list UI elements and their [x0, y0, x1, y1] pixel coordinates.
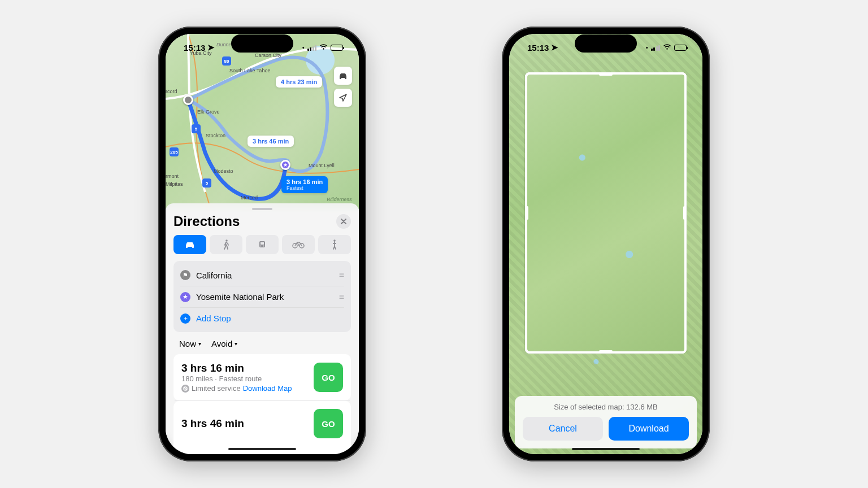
- download-map-link[interactable]: Download Map: [243, 384, 292, 393]
- dynamic-island: [575, 34, 637, 53]
- stop-origin[interactable]: ⚑ California ≡: [180, 264, 344, 286]
- interstate-shield: 5: [202, 178, 211, 188]
- selection-rectangle[interactable]: [525, 72, 687, 354]
- stop-destination[interactable]: ★ Yosemite National Park ≡: [180, 286, 344, 307]
- svg-point-3: [261, 246, 262, 247]
- go-button[interactable]: GO: [314, 409, 343, 438]
- star-icon: ★: [180, 292, 190, 302]
- resize-handle-top[interactable]: [599, 73, 613, 76]
- reorder-handle-icon[interactable]: ≡: [339, 270, 344, 280]
- city-label: South Lake Tahoe: [229, 68, 270, 73]
- resize-corner-tr[interactable]: [678, 72, 687, 81]
- route-card[interactable]: 3 hrs 46 min GO: [173, 401, 351, 454]
- mode-drive[interactable]: [173, 235, 206, 254]
- route-time: 3 hrs 16 min: [181, 362, 308, 374]
- download-sheet: Size of selected map: 132.6 MB Cancel Do…: [515, 396, 697, 448]
- resize-corner-bl[interactable]: [525, 345, 534, 354]
- cell-signal-icon: [651, 45, 661, 51]
- avoid-label: Avoid: [211, 339, 232, 348]
- resize-handle-left[interactable]: [526, 206, 528, 220]
- wifi-icon: [319, 43, 328, 52]
- origin-pin[interactable]: [183, 95, 193, 105]
- limited-service-icon: [181, 385, 189, 393]
- home-indicator[interactable]: [572, 448, 640, 450]
- svg-rect-2: [261, 242, 264, 245]
- mode-cycle[interactable]: [282, 235, 315, 254]
- route-callout-main-time: 3 hrs 16 min: [287, 178, 323, 185]
- map-size-label: Size of selected map: 132.6 MB: [523, 403, 689, 411]
- transport-fab[interactable]: [334, 67, 352, 85]
- mode-walk[interactable]: [210, 235, 242, 254]
- flag-icon: ⚑: [180, 270, 190, 280]
- battery-icon: [674, 45, 687, 51]
- download-button[interactable]: Download: [609, 417, 689, 441]
- mode-rideshare[interactable]: [318, 235, 351, 254]
- status-time: 15:13: [184, 43, 205, 53]
- mode-transit[interactable]: [246, 235, 279, 254]
- cell-signal-icon: [307, 45, 317, 51]
- chevron-down-icon: ▾: [198, 341, 201, 347]
- resize-corner-tl[interactable]: [525, 72, 534, 81]
- route-subtitle: 180 miles · Fastest route: [181, 374, 308, 383]
- add-stop-label: Add Stop: [196, 313, 231, 323]
- go-button[interactable]: GO: [314, 363, 343, 392]
- wifi-icon: [663, 43, 671, 52]
- route-time: 3 hrs 46 min: [181, 417, 308, 430]
- transport-mode-selector: [173, 235, 351, 254]
- location-arrow-icon: ➤: [207, 42, 215, 53]
- reorder-handle-icon[interactable]: ≡: [339, 292, 344, 302]
- cancel-button[interactable]: Cancel: [523, 417, 603, 441]
- resize-handle-right[interactable]: [683, 206, 686, 220]
- city-label: rcord: [166, 89, 177, 94]
- city-label: rmont: [166, 173, 179, 179]
- dynamic-island: [231, 34, 293, 53]
- battery-icon: [331, 45, 343, 51]
- city-label: Modesto: [214, 168, 233, 174]
- city-label: Merced: [241, 195, 258, 201]
- city-label: Milpitas: [166, 181, 183, 187]
- close-button[interactable]: [336, 214, 351, 229]
- signal-dot-icon: •: [646, 45, 648, 51]
- location-arrow-icon: ➤: [551, 42, 558, 53]
- plus-icon: ＋: [180, 313, 190, 324]
- depart-time-picker[interactable]: Now ▾: [179, 339, 201, 348]
- interstate-shield: 205: [170, 147, 179, 156]
- route-callout-alt1[interactable]: 4 hrs 23 min: [276, 76, 322, 88]
- destination-pin[interactable]: [280, 160, 290, 170]
- sheet-grabber[interactable]: [252, 208, 272, 210]
- stop-origin-label: California: [196, 271, 232, 280]
- phone-right: 15:13 ➤ • Size of selected: [502, 27, 710, 461]
- add-stop-button[interactable]: ＋ Add Stop: [180, 307, 344, 329]
- interstate-shield: 5: [192, 124, 201, 133]
- stops-list: ⚑ California ≡ ★ Yosemite National Park …: [173, 261, 351, 332]
- svg-point-4: [263, 246, 264, 247]
- signal-dot-icon: •: [302, 45, 305, 51]
- route-callout-alt2[interactable]: 3 hrs 46 min: [248, 136, 294, 147]
- resize-handle-bottom[interactable]: [599, 350, 613, 353]
- city-label: Elk Grove: [197, 109, 220, 115]
- route-callout-main-sub: Fastest: [287, 185, 323, 191]
- route-card[interactable]: 3 hrs 16 min 180 miles · Fastest route L…: [173, 354, 351, 400]
- city-label: Mount Lyell: [309, 163, 335, 168]
- chevron-down-icon: ▾: [235, 341, 237, 347]
- route-callout-main[interactable]: 3 hrs 16 min Fastest: [281, 176, 328, 193]
- svg-point-0: [225, 239, 228, 242]
- avoid-options-picker[interactable]: Avoid ▾: [211, 339, 237, 348]
- home-indicator[interactable]: [228, 448, 296, 450]
- route-note-text: Limited service: [192, 384, 241, 393]
- locate-fab[interactable]: [334, 89, 352, 107]
- sheet-title: Directions: [173, 213, 240, 229]
- screen-offline-map: 15:13 ➤ • Size of selected: [509, 34, 702, 454]
- status-time: 15:13: [527, 43, 549, 53]
- city-label: Stockton: [206, 133, 225, 138]
- directions-sheet: Directions ⚑ California ≡ ★: [166, 203, 359, 454]
- screen-directions: 15:13 ➤ •: [166, 34, 359, 454]
- stop-dest-label: Yosemite National Park: [196, 292, 284, 302]
- resize-corner-br[interactable]: [678, 345, 687, 354]
- phone-left: 15:13 ➤ •: [158, 27, 366, 461]
- depart-time-label: Now: [179, 339, 196, 348]
- city-label: Wilderness: [327, 197, 351, 202]
